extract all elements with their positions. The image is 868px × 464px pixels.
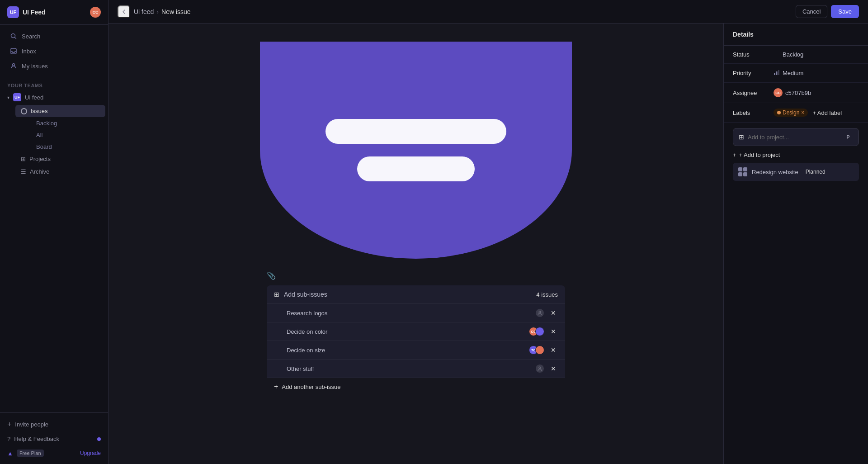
labels-label: Labels	[733, 109, 774, 116]
priority-bars-icon	[774, 69, 780, 77]
sidebar: UF UI Feed CC Search Inbox My issues You…	[0, 0, 108, 464]
status-row: Status Backlog	[724, 46, 868, 64]
notification-dot	[97, 437, 101, 441]
plan-row: ▲ Free Plan Upgrade	[0, 446, 108, 460]
details-panel: Details Status Backlog Priority Medium	[723, 24, 868, 464]
save-button[interactable]: Save	[831, 5, 859, 18]
svg-line-1	[15, 38, 16, 39]
sub-issues-grid-icon: ⊞	[274, 291, 279, 298]
sidebar-item-backlog[interactable]: Backlog	[32, 118, 105, 129]
issue-status-circle	[274, 327, 282, 336]
sub-issues-title: Add sub-issues	[284, 291, 532, 298]
sub-issue-assignee-empty	[535, 308, 544, 317]
sub-issue-row: Other stuff ✕	[267, 360, 565, 378]
breadcrumb-separator: ›	[156, 8, 159, 15]
main-area: Ui feed › New issue Cancel Save 📎	[108, 0, 868, 464]
assignee-avatar: CC	[774, 88, 783, 97]
sidebar-item-board[interactable]: Board	[32, 141, 105, 152]
breadcrumb-current: New issue	[161, 8, 191, 15]
add-label-btn[interactable]: + Add label	[812, 109, 842, 116]
issue-status-circle	[274, 309, 282, 317]
plus-icon: +	[733, 152, 736, 158]
hero-bar-subtitle	[357, 156, 475, 181]
assignee-avatar-2	[535, 346, 544, 355]
sidebar-item-projects[interactable]: ⊞ Projects	[15, 153, 105, 165]
workspace-name: UI Feed	[23, 9, 86, 16]
sidebar-item-issues[interactable]: Issues	[15, 105, 105, 117]
breadcrumb-parent: Ui feed	[134, 8, 154, 15]
project-suggestion-status: Planned	[806, 169, 826, 175]
assignee-value: c5707b9b	[785, 90, 811, 96]
remove-sub-issue-btn[interactable]: ✕	[549, 308, 558, 317]
sub-issue-assignees: CC	[529, 327, 544, 336]
svg-rect-2	[11, 48, 16, 54]
projects-icon: ⊞	[21, 156, 26, 162]
svg-point-4	[539, 311, 541, 313]
back-button[interactable]	[118, 5, 130, 18]
project-search-input[interactable]	[748, 134, 840, 141]
hero-bar-title	[326, 119, 506, 144]
cancel-button[interactable]: Cancel	[796, 5, 827, 18]
svg-point-5	[539, 367, 541, 369]
status-value-btn[interactable]: Backlog	[774, 51, 803, 58]
label-badge[interactable]: Design ×	[774, 109, 808, 117]
breadcrumb: Ui feed › New issue	[134, 8, 792, 15]
help-feedback-btn[interactable]: ? Help & Feedback	[0, 432, 108, 446]
add-project-label: + Add to project	[739, 152, 780, 158]
team-ui-feed[interactable]: ▾ UF Ui feed	[0, 90, 108, 104]
all-label: All	[36, 132, 42, 138]
inbox-icon	[10, 47, 17, 55]
search-icon	[10, 33, 17, 40]
upgrade-button[interactable]: Upgrade	[80, 450, 101, 456]
inbox-label: Inbox	[22, 48, 36, 55]
project-input-row[interactable]: ⊞ P	[733, 128, 859, 146]
assignee-row: Assignee CC c5707b9b	[724, 83, 868, 103]
issue-status-circle	[274, 365, 282, 373]
remove-sub-issue-btn[interactable]: ✕	[549, 327, 558, 336]
sub-issue-assignee-empty	[535, 364, 544, 373]
sub-issue-assignees: 7C	[529, 346, 544, 355]
assignee-avatar-2	[535, 327, 544, 336]
invite-people-btn[interactable]: + Invite people	[0, 417, 108, 432]
svg-rect-8	[778, 70, 779, 75]
plan-badge: Free Plan	[17, 450, 44, 457]
sidebar-nav: Search Inbox My issues	[0, 25, 108, 77]
sidebar-item-search[interactable]: Search	[3, 29, 105, 43]
status-dot-icon	[774, 52, 780, 58]
sidebar-item-all[interactable]: All	[32, 129, 105, 141]
sidebar-bottom: + Invite people ? Help & Feedback ▲ Free…	[0, 412, 108, 464]
sidebar-item-archive[interactable]: ☰ Archive	[15, 166, 105, 178]
sub-issues-section: 📎 ⊞ Add sub-issues 4 issues Research log…	[258, 268, 574, 413]
topbar-actions: Cancel Save	[796, 5, 859, 18]
assignee-value-btn[interactable]: CC c5707b9b	[774, 88, 811, 97]
remove-sub-issue-btn[interactable]: ✕	[549, 346, 558, 355]
project-suggestion-item[interactable]: Redesign website Planned	[733, 163, 859, 181]
hero-image	[260, 42, 572, 259]
help-icon: ?	[7, 436, 10, 442]
my-issues-label: My issues	[22, 63, 48, 70]
add-sub-issue-btn[interactable]: + Add another sub-issue	[267, 378, 565, 395]
project-suggestion-name: Redesign website	[752, 169, 798, 175]
attach-row: 📎	[267, 268, 565, 285]
label-remove-btn[interactable]: ×	[801, 109, 804, 116]
project-section: ⊞ P + + Add to project Redesign website …	[724, 123, 868, 186]
project-p-icon: P	[843, 132, 853, 142]
chevron-down-icon: ▾	[7, 95, 9, 100]
issue-status-circle	[274, 346, 282, 354]
your-teams-label: Your teams	[0, 77, 108, 90]
remove-sub-issue-btn[interactable]: ✕	[549, 364, 558, 373]
sub-issue-row: Decide on color CC ✕	[267, 322, 565, 341]
team-subnav: Issues Backlog All Board ⊞ Projects ☰ Ar…	[0, 104, 108, 178]
sidebar-item-my-issues[interactable]: My issues	[3, 59, 105, 73]
sidebar-header: UF UI Feed CC	[0, 0, 108, 25]
add-to-project-btn[interactable]: + + Add to project	[733, 150, 859, 163]
priority-value: Medium	[783, 70, 803, 76]
invite-label: Invite people	[15, 421, 48, 428]
user-avatar[interactable]: CC	[90, 7, 101, 18]
priority-value-btn[interactable]: Medium	[774, 69, 803, 77]
attach-icon: 📎	[267, 271, 276, 280]
status-value: Backlog	[783, 51, 803, 58]
plus-icon: +	[7, 420, 11, 428]
sidebar-item-inbox[interactable]: Inbox	[3, 44, 105, 58]
svg-rect-7	[776, 71, 778, 75]
